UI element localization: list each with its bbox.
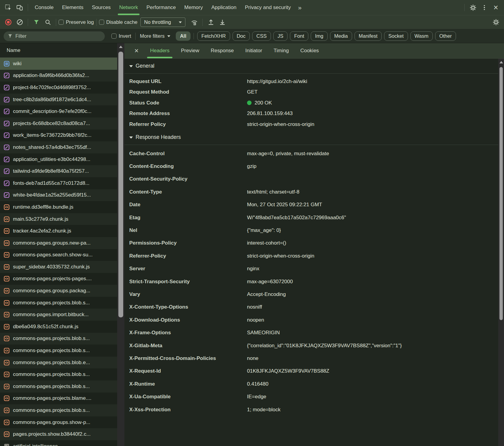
scrollbar-thumb[interactable] <box>499 67 503 320</box>
preserve-log-checkbox[interactable] <box>59 20 64 25</box>
request-row[interactable]: projects-6c68dbce82c8ad08ca7... <box>0 117 117 130</box>
panel-tab[interactable]: Memory <box>180 0 207 15</box>
header-value-text: IE=edge <box>247 394 266 400</box>
request-row[interactable]: work_items-9c736722b9bb76f2c... <box>0 130 117 142</box>
request-type-chip[interactable]: Wasm <box>410 31 433 41</box>
detail-tab[interactable]: Initiator <box>239 43 268 58</box>
request-type-chip[interactable]: Other <box>435 31 456 41</box>
panel-tab[interactable]: Privacy and security <box>241 0 295 15</box>
request-row[interactable]: main.53c277e9.chunk.js <box>0 213 117 225</box>
header-name: X-Frame-Options <box>129 330 247 336</box>
invert-checkbox[interactable] <box>111 34 117 39</box>
request-type-chip[interactable]: All <box>176 31 191 41</box>
import-har-button[interactable] <box>205 17 217 28</box>
detail-tab[interactable]: Preview <box>175 43 205 58</box>
name-column-header[interactable]: Name <box>0 43 117 58</box>
devtools-close-button[interactable]: × <box>490 2 502 13</box>
request-row[interactable]: commit_description-9e7efe20f0c... <box>0 105 117 117</box>
request-list-scrollbar[interactable] <box>117 43 124 446</box>
panel-tab[interactable]: Elements <box>58 0 88 15</box>
request-type-chip[interactable]: Socket <box>384 31 408 41</box>
scrollbar-thumb[interactable] <box>118 52 123 317</box>
request-row[interactable]: commons-pages.import.bitbuck... <box>0 309 117 321</box>
clear-network-log-button[interactable] <box>14 17 25 28</box>
panel-tab[interactable]: Sources <box>88 0 115 15</box>
export-har-button[interactable] <box>217 17 228 28</box>
request-row[interactable]: commons-pages.projects.blob.e... <box>0 357 117 369</box>
request-row[interactable]: commons-pages.projects.blob.s... <box>0 404 117 416</box>
request-type-chip[interactable]: JS <box>273 31 287 41</box>
detail-scrollbar[interactable] <box>498 59 504 446</box>
request-row[interactable]: commons-pages.projects.blob.s... <box>0 380 117 393</box>
device-toolbar-button[interactable] <box>14 2 25 13</box>
detail-tab[interactable]: Cookies <box>294 43 324 58</box>
request-row[interactable]: wiki <box>0 58 117 70</box>
filter-toggle-button[interactable] <box>30 17 42 28</box>
panel-tab[interactable]: Application <box>207 0 241 15</box>
request-row[interactable]: commons-pages.projects-pages.... <box>0 273 117 285</box>
disable-cache-checkbox[interactable] <box>99 20 104 25</box>
general-section-header[interactable]: General <box>124 59 498 74</box>
request-type-chip[interactable]: Fetch/XHR <box>197 31 230 41</box>
panel-tab[interactable]: Performance <box>142 0 180 15</box>
filter-input[interactable]: Filter <box>4 31 105 41</box>
request-row[interactable]: tracker.4ac2efa2.chunk.js <box>0 225 117 237</box>
close-detail-button[interactable]: × <box>131 45 142 56</box>
request-row[interactable]: artificial-intelligence... <box>0 440 117 446</box>
request-row[interactable]: commons-pages.groups.show-p... <box>0 416 117 428</box>
panel-tab[interactable]: Console <box>30 0 58 15</box>
request-row[interactable]: commons-pages.projects.blob.s... <box>0 333 117 345</box>
request-name: commit_description-9e7efe20f0c... <box>13 108 91 114</box>
request-row[interactable]: commons-pages.groups.packag... <box>0 285 117 297</box>
script-icon <box>4 360 10 366</box>
more-tabs-button[interactable]: » <box>295 4 305 11</box>
request-row[interactable]: fonts-deb7ad1d55ca77c0172d8... <box>0 177 117 189</box>
request-type-chip[interactable]: Doc <box>233 31 250 41</box>
panel-tab[interactable]: Network <box>115 0 142 15</box>
detail-tab[interactable]: Timing <box>268 43 294 58</box>
request-type-chip[interactable]: Manifest <box>355 31 382 41</box>
request-row[interactable]: commons-pages.groups.new-pa... <box>0 237 117 249</box>
devtools-menu-button[interactable] <box>479 2 490 13</box>
inspect-element-button[interactable] <box>2 2 14 13</box>
request-row[interactable]: notes_shared-57a4db43ec755df... <box>0 141 117 153</box>
detail-tab-label: Initiator <box>245 48 262 54</box>
request-row[interactable]: tailwind-a9fde9b8ef840a75f257... <box>0 165 117 177</box>
file-type-icon <box>4 264 10 270</box>
upload-arrow-icon <box>207 19 214 26</box>
request-row[interactable]: project-84c702fec0d46898f3752... <box>0 82 117 94</box>
request-type-chip[interactable]: Font <box>290 31 308 41</box>
request-type-chip[interactable]: Media <box>330 31 352 41</box>
request-row[interactable]: commons-pages.search.show-su... <box>0 249 117 261</box>
network-conditions-button[interactable] <box>188 17 200 28</box>
search-network-button[interactable] <box>42 17 53 28</box>
request-row[interactable]: application-8a9f6b466d0b36fa2... <box>0 70 117 82</box>
more-filters-dropdown[interactable]: More filters <box>140 33 170 39</box>
request-row[interactable]: white-be4fdae1a25a255ed59f15... <box>0 189 117 201</box>
request-row[interactable]: application_utilities-e3b0c44298... <box>0 153 117 165</box>
devtools-settings-button[interactable] <box>467 2 479 13</box>
scroll-up-arrow-icon[interactable] <box>119 46 123 48</box>
request-row[interactable]: runtime.dd3eff8e.bundle.js <box>0 201 117 213</box>
request-row[interactable]: commons-pages.projects.blame.... <box>0 393 117 405</box>
request-type-chip[interactable]: CSS <box>252 31 271 41</box>
request-row[interactable]: commons-pages.projects.blob.s... <box>0 297 117 309</box>
panel-tab-label: Elements <box>62 5 83 11</box>
record-network-log-button[interactable] <box>2 17 14 28</box>
header-value: gzip <box>247 163 256 169</box>
file-type-icon <box>4 120 10 127</box>
response-headers-section-header[interactable]: Response Headers <box>124 130 498 145</box>
detail-tab[interactable]: Headers <box>144 43 175 58</box>
request-row[interactable]: pages.projects.show.b38440f2.c... <box>0 428 117 440</box>
request-row[interactable]: dbe6a049.8c51c52f.chunk.js <box>0 321 117 333</box>
scroll-up-arrow-icon[interactable] <box>499 61 503 63</box>
throttling-select[interactable]: No throttling <box>140 18 185 27</box>
request-row[interactable]: commons-pages.projects.blob.s... <box>0 368 117 380</box>
request-row[interactable]: super_sidebar.40335732.chunk.js <box>0 261 117 273</box>
request-row[interactable]: commons-pages.projects.blob.s... <box>0 345 117 357</box>
request-row[interactable]: tree-c8b2da86bd9f1872e6c1dc4... <box>0 94 117 106</box>
detail-tab[interactable]: Response <box>205 43 240 58</box>
header-row: Remote Address 206.81.100.159:443 <box>124 108 498 119</box>
request-type-chip[interactable]: Img <box>311 31 328 41</box>
network-settings-button[interactable] <box>490 17 502 28</box>
